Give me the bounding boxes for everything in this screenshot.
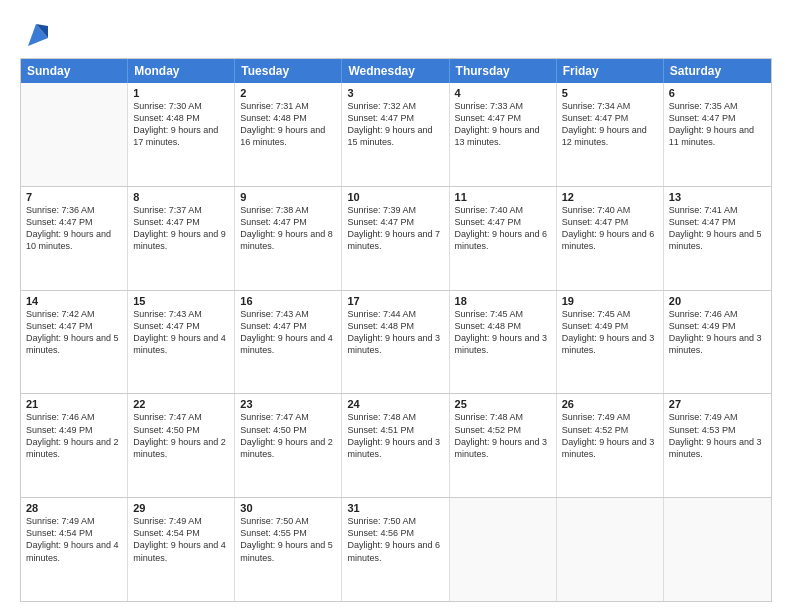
calendar-cell: 31Sunrise: 7:50 AM Sunset: 4:56 PM Dayli… xyxy=(342,498,449,601)
cell-detail: Sunrise: 7:49 AM Sunset: 4:54 PM Dayligh… xyxy=(133,515,229,564)
day-number: 20 xyxy=(669,295,766,307)
calendar-cell: 25Sunrise: 7:48 AM Sunset: 4:52 PM Dayli… xyxy=(450,394,557,497)
cell-detail: Sunrise: 7:35 AM Sunset: 4:47 PM Dayligh… xyxy=(669,100,766,149)
calendar-cell: 6Sunrise: 7:35 AM Sunset: 4:47 PM Daylig… xyxy=(664,83,771,186)
header-day-tuesday: Tuesday xyxy=(235,59,342,83)
calendar-row: 1Sunrise: 7:30 AM Sunset: 4:48 PM Daylig… xyxy=(21,83,771,186)
cell-detail: Sunrise: 7:36 AM Sunset: 4:47 PM Dayligh… xyxy=(26,204,122,253)
day-number: 1 xyxy=(133,87,229,99)
cell-detail: Sunrise: 7:31 AM Sunset: 4:48 PM Dayligh… xyxy=(240,100,336,149)
calendar-cell: 15Sunrise: 7:43 AM Sunset: 4:47 PM Dayli… xyxy=(128,291,235,394)
cell-detail: Sunrise: 7:50 AM Sunset: 4:55 PM Dayligh… xyxy=(240,515,336,564)
calendar-cell: 13Sunrise: 7:41 AM Sunset: 4:47 PM Dayli… xyxy=(664,187,771,290)
cell-detail: Sunrise: 7:40 AM Sunset: 4:47 PM Dayligh… xyxy=(455,204,551,253)
day-number: 16 xyxy=(240,295,336,307)
cell-detail: Sunrise: 7:47 AM Sunset: 4:50 PM Dayligh… xyxy=(240,411,336,460)
day-number: 18 xyxy=(455,295,551,307)
calendar-cell: 16Sunrise: 7:43 AM Sunset: 4:47 PM Dayli… xyxy=(235,291,342,394)
day-number: 17 xyxy=(347,295,443,307)
cell-detail: Sunrise: 7:46 AM Sunset: 4:49 PM Dayligh… xyxy=(669,308,766,357)
cell-detail: Sunrise: 7:30 AM Sunset: 4:48 PM Dayligh… xyxy=(133,100,229,149)
cell-detail: Sunrise: 7:44 AM Sunset: 4:48 PM Dayligh… xyxy=(347,308,443,357)
calendar-cell: 24Sunrise: 7:48 AM Sunset: 4:51 PM Dayli… xyxy=(342,394,449,497)
calendar-cell: 21Sunrise: 7:46 AM Sunset: 4:49 PM Dayli… xyxy=(21,394,128,497)
day-number: 19 xyxy=(562,295,658,307)
day-number: 3 xyxy=(347,87,443,99)
calendar-cell: 1Sunrise: 7:30 AM Sunset: 4:48 PM Daylig… xyxy=(128,83,235,186)
calendar-row: 28Sunrise: 7:49 AM Sunset: 4:54 PM Dayli… xyxy=(21,497,771,601)
day-number: 13 xyxy=(669,191,766,203)
calendar-row: 21Sunrise: 7:46 AM Sunset: 4:49 PM Dayli… xyxy=(21,393,771,497)
calendar-cell: 11Sunrise: 7:40 AM Sunset: 4:47 PM Dayli… xyxy=(450,187,557,290)
calendar: SundayMondayTuesdayWednesdayThursdayFrid… xyxy=(20,58,772,602)
calendar-cell xyxy=(21,83,128,186)
cell-detail: Sunrise: 7:42 AM Sunset: 4:47 PM Dayligh… xyxy=(26,308,122,357)
day-number: 9 xyxy=(240,191,336,203)
cell-detail: Sunrise: 7:45 AM Sunset: 4:48 PM Dayligh… xyxy=(455,308,551,357)
day-number: 15 xyxy=(133,295,229,307)
calendar-cell: 28Sunrise: 7:49 AM Sunset: 4:54 PM Dayli… xyxy=(21,498,128,601)
logo xyxy=(20,18,58,50)
header-day-sunday: Sunday xyxy=(21,59,128,83)
day-number: 30 xyxy=(240,502,336,514)
day-number: 31 xyxy=(347,502,443,514)
calendar-header: SundayMondayTuesdayWednesdayThursdayFrid… xyxy=(21,59,771,83)
calendar-cell: 30Sunrise: 7:50 AM Sunset: 4:55 PM Dayli… xyxy=(235,498,342,601)
cell-detail: Sunrise: 7:33 AM Sunset: 4:47 PM Dayligh… xyxy=(455,100,551,149)
calendar-cell: 20Sunrise: 7:46 AM Sunset: 4:49 PM Dayli… xyxy=(664,291,771,394)
day-number: 27 xyxy=(669,398,766,410)
calendar-cell: 3Sunrise: 7:32 AM Sunset: 4:47 PM Daylig… xyxy=(342,83,449,186)
day-number: 28 xyxy=(26,502,122,514)
cell-detail: Sunrise: 7:40 AM Sunset: 4:47 PM Dayligh… xyxy=(562,204,658,253)
calendar-cell: 9Sunrise: 7:38 AM Sunset: 4:47 PM Daylig… xyxy=(235,187,342,290)
header-day-thursday: Thursday xyxy=(450,59,557,83)
cell-detail: Sunrise: 7:38 AM Sunset: 4:47 PM Dayligh… xyxy=(240,204,336,253)
day-number: 2 xyxy=(240,87,336,99)
calendar-cell: 4Sunrise: 7:33 AM Sunset: 4:47 PM Daylig… xyxy=(450,83,557,186)
calendar-cell: 18Sunrise: 7:45 AM Sunset: 4:48 PM Dayli… xyxy=(450,291,557,394)
cell-detail: Sunrise: 7:48 AM Sunset: 4:51 PM Dayligh… xyxy=(347,411,443,460)
day-number: 8 xyxy=(133,191,229,203)
day-number: 23 xyxy=(240,398,336,410)
logo-icon xyxy=(20,18,52,50)
cell-detail: Sunrise: 7:41 AM Sunset: 4:47 PM Dayligh… xyxy=(669,204,766,253)
header-day-monday: Monday xyxy=(128,59,235,83)
calendar-cell: 19Sunrise: 7:45 AM Sunset: 4:49 PM Dayli… xyxy=(557,291,664,394)
cell-detail: Sunrise: 7:49 AM Sunset: 4:53 PM Dayligh… xyxy=(669,411,766,460)
day-number: 21 xyxy=(26,398,122,410)
header xyxy=(20,18,772,50)
calendar-cell xyxy=(664,498,771,601)
day-number: 6 xyxy=(669,87,766,99)
cell-detail: Sunrise: 7:37 AM Sunset: 4:47 PM Dayligh… xyxy=(133,204,229,253)
day-number: 22 xyxy=(133,398,229,410)
cell-detail: Sunrise: 7:48 AM Sunset: 4:52 PM Dayligh… xyxy=(455,411,551,460)
day-number: 24 xyxy=(347,398,443,410)
day-number: 14 xyxy=(26,295,122,307)
day-number: 4 xyxy=(455,87,551,99)
day-number: 10 xyxy=(347,191,443,203)
calendar-cell: 2Sunrise: 7:31 AM Sunset: 4:48 PM Daylig… xyxy=(235,83,342,186)
day-number: 12 xyxy=(562,191,658,203)
cell-detail: Sunrise: 7:32 AM Sunset: 4:47 PM Dayligh… xyxy=(347,100,443,149)
calendar-cell: 8Sunrise: 7:37 AM Sunset: 4:47 PM Daylig… xyxy=(128,187,235,290)
cell-detail: Sunrise: 7:43 AM Sunset: 4:47 PM Dayligh… xyxy=(240,308,336,357)
day-number: 26 xyxy=(562,398,658,410)
header-day-saturday: Saturday xyxy=(664,59,771,83)
day-number: 7 xyxy=(26,191,122,203)
cell-detail: Sunrise: 7:49 AM Sunset: 4:54 PM Dayligh… xyxy=(26,515,122,564)
cell-detail: Sunrise: 7:43 AM Sunset: 4:47 PM Dayligh… xyxy=(133,308,229,357)
calendar-cell: 23Sunrise: 7:47 AM Sunset: 4:50 PM Dayli… xyxy=(235,394,342,497)
cell-detail: Sunrise: 7:49 AM Sunset: 4:52 PM Dayligh… xyxy=(562,411,658,460)
calendar-cell: 17Sunrise: 7:44 AM Sunset: 4:48 PM Dayli… xyxy=(342,291,449,394)
calendar-cell: 12Sunrise: 7:40 AM Sunset: 4:47 PM Dayli… xyxy=(557,187,664,290)
calendar-cell: 22Sunrise: 7:47 AM Sunset: 4:50 PM Dayli… xyxy=(128,394,235,497)
cell-detail: Sunrise: 7:39 AM Sunset: 4:47 PM Dayligh… xyxy=(347,204,443,253)
calendar-cell: 27Sunrise: 7:49 AM Sunset: 4:53 PM Dayli… xyxy=(664,394,771,497)
calendar-body: 1Sunrise: 7:30 AM Sunset: 4:48 PM Daylig… xyxy=(21,83,771,601)
calendar-cell: 7Sunrise: 7:36 AM Sunset: 4:47 PM Daylig… xyxy=(21,187,128,290)
cell-detail: Sunrise: 7:50 AM Sunset: 4:56 PM Dayligh… xyxy=(347,515,443,564)
calendar-cell: 14Sunrise: 7:42 AM Sunset: 4:47 PM Dayli… xyxy=(21,291,128,394)
cell-detail: Sunrise: 7:47 AM Sunset: 4:50 PM Dayligh… xyxy=(133,411,229,460)
day-number: 11 xyxy=(455,191,551,203)
cell-detail: Sunrise: 7:34 AM Sunset: 4:47 PM Dayligh… xyxy=(562,100,658,149)
